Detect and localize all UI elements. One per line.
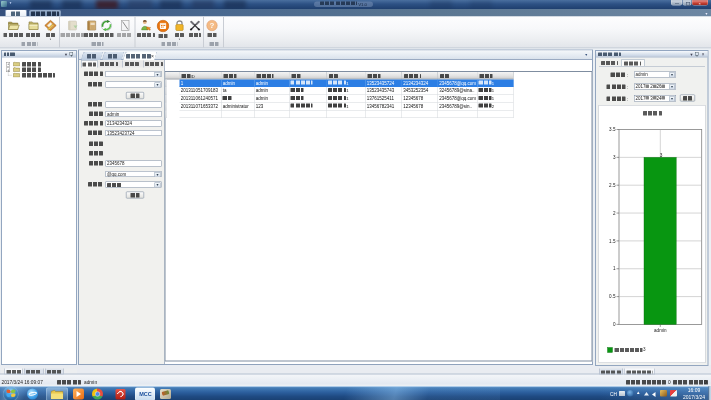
svg-text:2.5: 2.5 bbox=[609, 183, 616, 188]
svg-text:3: 3 bbox=[660, 153, 663, 158]
svg-text:1: 1 bbox=[613, 266, 616, 271]
svg-text:admin: admin bbox=[654, 328, 667, 333]
svg-text:2: 2 bbox=[613, 211, 616, 216]
svg-text:3: 3 bbox=[613, 155, 616, 160]
svg-text:3.5: 3.5 bbox=[609, 127, 616, 132]
svg-text:?: ? bbox=[210, 21, 215, 30]
svg-text:0: 0 bbox=[613, 322, 616, 327]
svg-text:0.5: 0.5 bbox=[609, 294, 616, 299]
svg-text:1.5: 1.5 bbox=[609, 239, 616, 244]
